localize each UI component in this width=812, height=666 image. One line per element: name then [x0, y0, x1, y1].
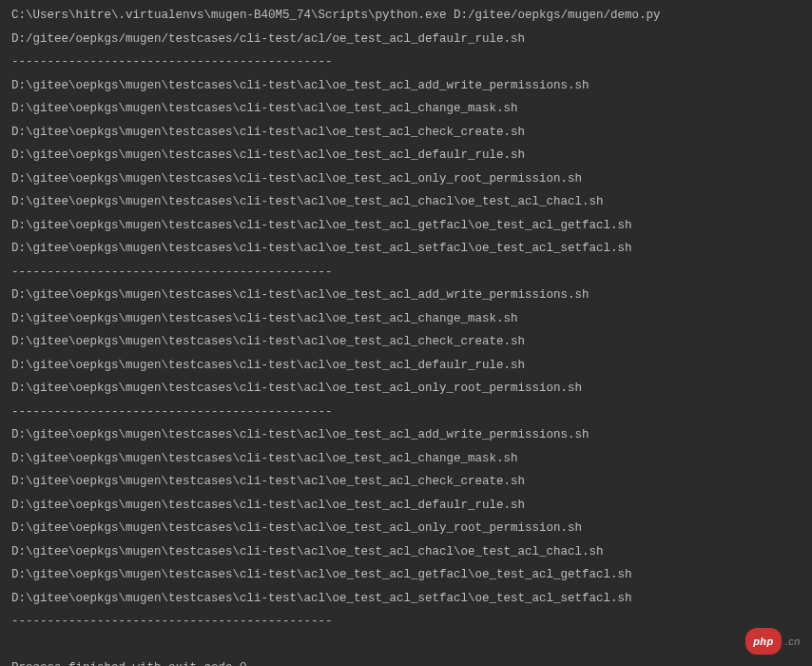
separator-line: ----------------------------------------… [11, 610, 812, 634]
output-line: D:\gitee\oepkgs\mugen\testcases\cli-test… [11, 354, 812, 378]
output-line: D:\gitee\oepkgs\mugen\testcases\cli-test… [11, 237, 812, 261]
output-line: D:\gitee\oepkgs\mugen\testcases\cli-test… [11, 470, 812, 494]
output-line: D:\gitee\oepkgs\mugen\testcases\cli-test… [11, 284, 812, 307]
output-line: D:\gitee\oepkgs\mugen\testcases\cli-test… [11, 423, 812, 447]
output-line: D:/gitee/oepkgs/mugen/testcases/cli-test… [11, 28, 812, 51]
output-line: D:\gitee\oepkgs\mugen\testcases\cli-test… [11, 377, 812, 401]
output-line: D:\gitee\oepkgs\mugen\testcases\cli-test… [11, 144, 812, 167]
output-line: D:\gitee\oepkgs\mugen\testcases\cli-test… [11, 121, 812, 145]
separator-line: ----------------------------------------… [11, 261, 812, 284]
output-line: D:\gitee\oepkgs\mugen\testcases\cli-test… [11, 97, 812, 121]
watermark-badge: php [745, 628, 782, 656]
separator-line: ----------------------------------------… [11, 50, 812, 74]
separator-line: ----------------------------------------… [11, 401, 812, 424]
output-line: D:\gitee\oepkgs\mugen\testcases\cli-test… [11, 307, 812, 331]
output-line: D:\gitee\oepkgs\mugen\testcases\cli-test… [11, 563, 812, 587]
output-line: D:\gitee\oepkgs\mugen\testcases\cli-test… [11, 330, 812, 354]
command-line: C:\Users\hitre\.virtualenvs\mugen-B40M5_… [11, 4, 812, 28]
output-line: D:\gitee\oepkgs\mugen\testcases\cli-test… [11, 587, 812, 611]
output-line: D:\gitee\oepkgs\mugen\testcases\cli-test… [11, 540, 812, 564]
output-line: D:\gitee\oepkgs\mugen\testcases\cli-test… [11, 167, 812, 191]
blank-line [11, 634, 812, 657]
watermark: php .cn [745, 628, 801, 656]
output-line: D:\gitee\oepkgs\mugen\testcases\cli-test… [11, 517, 812, 540]
output-line: D:\gitee\oepkgs\mugen\testcases\cli-test… [11, 74, 812, 98]
watermark-suffix: .cn [785, 630, 801, 654]
exit-message: Process finished with exit code 0 [11, 656, 812, 666]
output-line: D:\gitee\oepkgs\mugen\testcases\cli-test… [11, 190, 812, 214]
output-line: D:\gitee\oepkgs\mugen\testcases\cli-test… [11, 214, 812, 238]
output-line: D:\gitee\oepkgs\mugen\testcases\cli-test… [11, 494, 812, 518]
output-line: D:\gitee\oepkgs\mugen\testcases\cli-test… [11, 447, 812, 471]
